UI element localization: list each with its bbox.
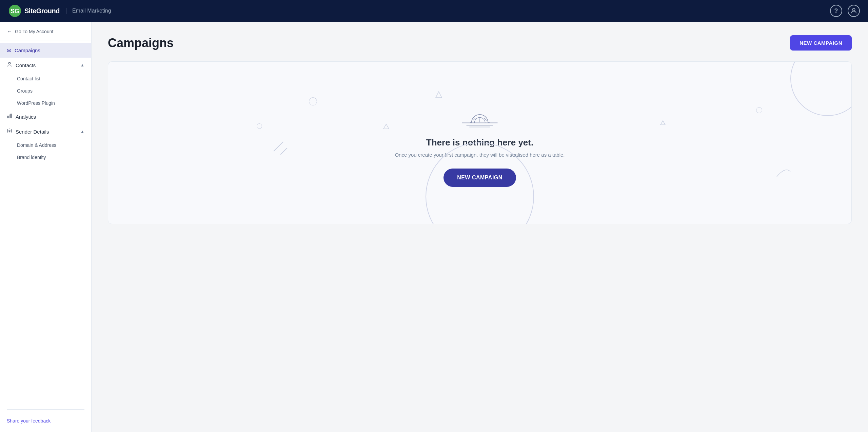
svg-point-3 bbox=[8, 62, 10, 64]
brand-identity-label: Brand identity bbox=[17, 155, 46, 160]
deco-line-1 bbox=[274, 141, 283, 151]
new-campaign-button-center[interactable]: NEW CAMPAIGN bbox=[443, 169, 516, 187]
deco-triangle-1 bbox=[435, 91, 442, 98]
svg-rect-4 bbox=[7, 116, 8, 118]
logo-text: SiteGround bbox=[24, 7, 60, 15]
contacts-chevron-icon: ▲ bbox=[80, 63, 84, 67]
sun-illustration bbox=[456, 99, 504, 129]
logo: SG SiteGround bbox=[8, 4, 60, 18]
svg-marker-10 bbox=[660, 121, 665, 125]
back-arrow-icon: ← bbox=[7, 28, 12, 35]
navbar-right: ? bbox=[830, 5, 860, 17]
contacts-subnav: Contact list Groups WordPress Plugin bbox=[0, 73, 91, 109]
deco-triangle-2 bbox=[383, 123, 389, 130]
sunrise-svg bbox=[456, 99, 504, 129]
deco-circle-1 bbox=[309, 97, 317, 105]
sidebar-item-sender-details[interactable]: Sender Details ▲ bbox=[0, 124, 91, 139]
wordpress-plugin-label: WordPress Plugin bbox=[17, 100, 55, 106]
deco-line-2 bbox=[280, 148, 288, 155]
sidebar-item-contacts[interactable]: Contacts ▲ bbox=[0, 58, 91, 73]
go-to-my-account-link[interactable]: ← Go To My Account bbox=[0, 22, 91, 40]
user-icon bbox=[850, 7, 857, 15]
page-title: Campaigns bbox=[108, 36, 174, 50]
campaigns-icon: ✉ bbox=[7, 47, 11, 54]
app-body: ← Go To My Account ✉ Campaigns Contacts … bbox=[0, 22, 868, 432]
sender-details-chevron-icon: ▲ bbox=[80, 129, 84, 134]
share-feedback-link[interactable]: Share your feedback bbox=[7, 418, 51, 424]
sidebar-item-groups[interactable]: Groups bbox=[0, 85, 91, 97]
sidebar-nav: ✉ Campaigns Contacts ▲ Contact list bbox=[0, 40, 91, 405]
sidebar-item-wordpress-plugin[interactable]: WordPress Plugin bbox=[0, 97, 91, 109]
app-name: Email Marketing bbox=[66, 8, 111, 14]
svg-marker-9 bbox=[383, 124, 389, 129]
sidebar-item-campaigns[interactable]: ✉ Campaigns bbox=[0, 43, 91, 58]
navbar: SG SiteGround Email Marketing ? bbox=[0, 0, 868, 22]
sender-details-label: Sender Details bbox=[16, 129, 49, 135]
main-content: Campaigns NEW CAMPAIGN bbox=[92, 22, 868, 432]
user-avatar-button[interactable] bbox=[848, 5, 860, 17]
sidebar-item-brand-identity[interactable]: Brand identity bbox=[0, 151, 91, 163]
svg-rect-5 bbox=[9, 115, 10, 118]
svg-point-7 bbox=[9, 130, 10, 132]
contacts-icon bbox=[7, 62, 12, 68]
navbar-left: SG SiteGround Email Marketing bbox=[8, 4, 111, 18]
sidebar-item-analytics[interactable]: Analytics bbox=[0, 109, 91, 124]
groups-label: Groups bbox=[17, 88, 33, 94]
sender-details-subnav: Domain & Address Brand identity bbox=[0, 139, 91, 163]
sidebar-item-domain-address[interactable]: Domain & Address bbox=[0, 139, 91, 151]
page-header: Campaigns NEW CAMPAIGN bbox=[108, 35, 852, 51]
new-campaign-button-top[interactable]: NEW CAMPAIGN bbox=[790, 35, 852, 51]
svg-marker-8 bbox=[436, 92, 442, 98]
contact-list-label: Contact list bbox=[17, 76, 40, 81]
empty-state-card: There is nothing here yet. Once you crea… bbox=[108, 61, 852, 224]
domain-address-label: Domain & Address bbox=[17, 142, 56, 148]
svg-rect-6 bbox=[11, 114, 12, 118]
spotlight-circle-top bbox=[790, 61, 852, 116]
sidebar: ← Go To My Account ✉ Campaigns Contacts … bbox=[0, 22, 92, 432]
deco-triangle-3 bbox=[660, 120, 666, 125]
deco-circle-3 bbox=[756, 107, 762, 113]
analytics-label: Analytics bbox=[16, 114, 36, 120]
empty-state-description: Once you create your first campaign, the… bbox=[395, 152, 565, 158]
campaigns-label: Campaigns bbox=[15, 47, 40, 53]
svg-text:SG: SG bbox=[11, 8, 19, 15]
sidebar-feedback: Share your feedback bbox=[0, 414, 91, 432]
back-label: Go To My Account bbox=[15, 29, 53, 34]
sender-details-icon bbox=[7, 128, 12, 135]
siteground-logo-icon: SG bbox=[8, 4, 22, 18]
sidebar-divider bbox=[7, 409, 84, 410]
sidebar-item-contact-list[interactable]: Contact list bbox=[0, 73, 91, 85]
deco-curve bbox=[775, 165, 792, 178]
svg-point-2 bbox=[852, 8, 855, 11]
analytics-icon bbox=[7, 113, 12, 120]
empty-state-title: There is nothing here yet. bbox=[426, 137, 533, 148]
help-button[interactable]: ? bbox=[830, 5, 842, 17]
deco-circle-2 bbox=[257, 123, 262, 129]
contacts-label: Contacts bbox=[16, 62, 36, 68]
